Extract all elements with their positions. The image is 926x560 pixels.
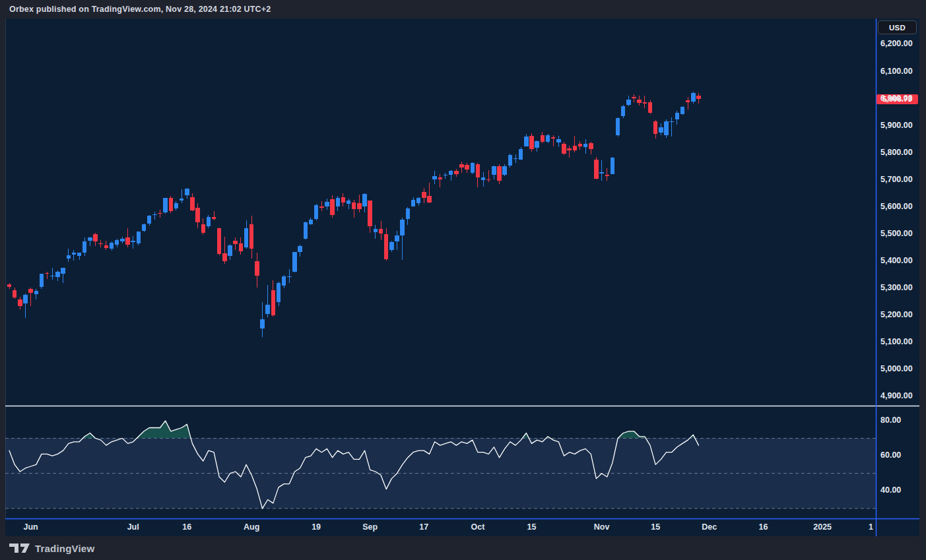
time-tick-Dec: Dec xyxy=(688,518,731,536)
time-tick-16: 16 xyxy=(166,518,208,536)
time-tick-Jun: Jun xyxy=(10,518,52,536)
time-tick-17: 17 xyxy=(403,518,445,536)
rsi-tick: 80.00 xyxy=(880,416,901,425)
rsi-tick: 40.00 xyxy=(880,485,901,495)
price-tick: 6,100.00 xyxy=(880,67,913,76)
time-tick-15: 15 xyxy=(634,518,677,536)
candlestick-series xyxy=(7,92,701,337)
price-tick: 6,200.00 xyxy=(880,39,913,48)
currency-button[interactable]: USD xyxy=(878,20,917,34)
time-tick-Aug: Aug xyxy=(230,518,273,536)
price-tick: 5,700.00 xyxy=(880,175,913,184)
price-tick: 5,100.00 xyxy=(880,337,913,346)
price-tick: 5,300.00 xyxy=(880,283,913,292)
chart-left-edge xyxy=(5,18,6,518)
tradingview-logo-icon[interactable] xyxy=(9,542,31,555)
price-tick: 4,900.00 xyxy=(880,391,913,400)
time-tick-15: 15 xyxy=(511,518,553,536)
price-tick: 5,900.00 xyxy=(880,121,913,130)
chart-canvas[interactable]: USD 5,998.73 6,200.006,100.006,000.005,9… xyxy=(5,18,919,536)
footer: TradingView xyxy=(0,536,926,560)
price-tick: 6,000.00 xyxy=(880,94,913,103)
price-tick: 5,400.00 xyxy=(880,256,913,265)
price-tick: 5,600.00 xyxy=(880,202,913,211)
time-tick-2025: 2025 xyxy=(801,518,843,536)
time-tick-19: 19 xyxy=(295,518,337,536)
rsi-tick: 60.00 xyxy=(880,451,901,460)
price-tick: 5,800.00 xyxy=(880,148,913,157)
time-tick-16: 16 xyxy=(742,518,784,536)
price-tick: 5,500.00 xyxy=(880,229,913,238)
price-tick: 5,200.00 xyxy=(880,310,913,319)
time-tick-1: 1 xyxy=(850,518,892,536)
chart-plot[interactable] xyxy=(5,18,919,536)
time-tick-Nov: Nov xyxy=(581,518,623,536)
price-tick: 5,000.00 xyxy=(880,364,913,373)
publish-bar: Orbex published on TradingView.com, Nov … xyxy=(0,0,926,18)
time-tick-Oct: Oct xyxy=(457,518,499,536)
publish-text: Orbex published on TradingView.com, Nov … xyxy=(9,5,271,14)
tradingview-brand-link[interactable]: TradingView xyxy=(35,543,94,554)
time-tick-Sep: Sep xyxy=(349,518,391,536)
tradingview-snapshot: Orbex published on TradingView.com, Nov … xyxy=(0,0,926,560)
time-tick-Jul: Jul xyxy=(112,518,154,536)
